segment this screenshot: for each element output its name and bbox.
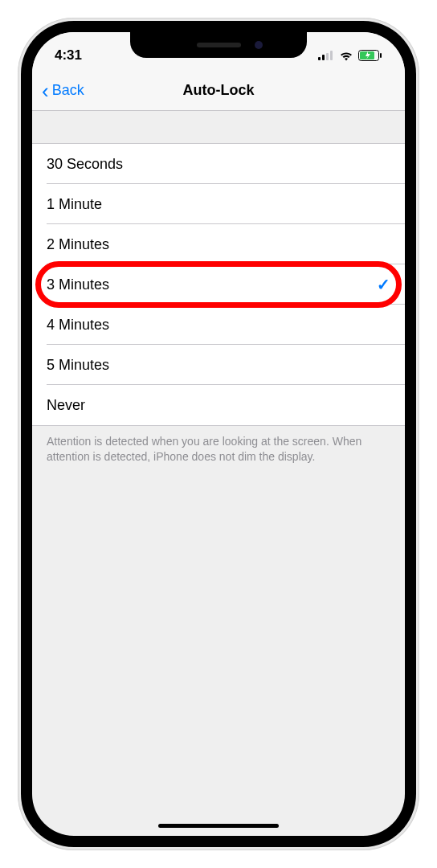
back-label: Back	[52, 82, 84, 99]
page-title: Auto-Lock	[183, 82, 255, 99]
option-label: 1 Minute	[47, 196, 102, 213]
auto-lock-options: 30 Seconds1 Minute2 Minutes3 Minutes✓4 M…	[32, 143, 405, 426]
nav-bar: ‹ Back Auto-Lock	[32, 71, 405, 111]
notch	[130, 32, 307, 58]
cellular-signal-icon	[318, 51, 334, 60]
svg-rect-0	[318, 57, 321, 60]
content: 30 Seconds1 Minute2 Minutes3 Minutes✓4 M…	[32, 111, 405, 473]
home-indicator[interactable]	[158, 824, 279, 828]
auto-lock-option[interactable]: 2 Minutes	[32, 224, 405, 264]
option-label: 4 Minutes	[47, 317, 109, 334]
chevron-left-icon: ‹	[42, 80, 49, 101]
auto-lock-option[interactable]: 5 Minutes	[32, 345, 405, 385]
checkmark-icon: ✓	[377, 275, 390, 294]
auto-lock-option[interactable]: 3 Minutes✓	[32, 264, 405, 305]
option-label: 30 Seconds	[47, 156, 123, 173]
status-time: 4:31	[55, 47, 82, 63]
device-frame: 4:31	[0, 0, 437, 868]
auto-lock-option[interactable]: 1 Minute	[32, 184, 405, 224]
svg-rect-3	[330, 51, 333, 60]
svg-rect-1	[322, 55, 325, 60]
auto-lock-option[interactable]: 30 Seconds	[32, 144, 405, 184]
svg-rect-2	[326, 53, 329, 60]
option-label: 5 Minutes	[47, 357, 109, 374]
battery-charging-icon	[358, 50, 382, 61]
option-label: 3 Minutes	[47, 276, 109, 293]
option-label: 2 Minutes	[47, 236, 109, 253]
option-label: Never	[47, 397, 85, 414]
screen: 4:31	[32, 32, 405, 836]
back-button[interactable]: ‹ Back	[42, 80, 84, 101]
svg-rect-6	[380, 53, 382, 58]
auto-lock-option[interactable]: Never	[32, 385, 405, 425]
footer-description: Attention is detected when you are looki…	[32, 426, 405, 473]
status-icons	[318, 50, 382, 61]
auto-lock-option[interactable]: 4 Minutes	[32, 305, 405, 345]
wifi-icon	[339, 51, 353, 61]
